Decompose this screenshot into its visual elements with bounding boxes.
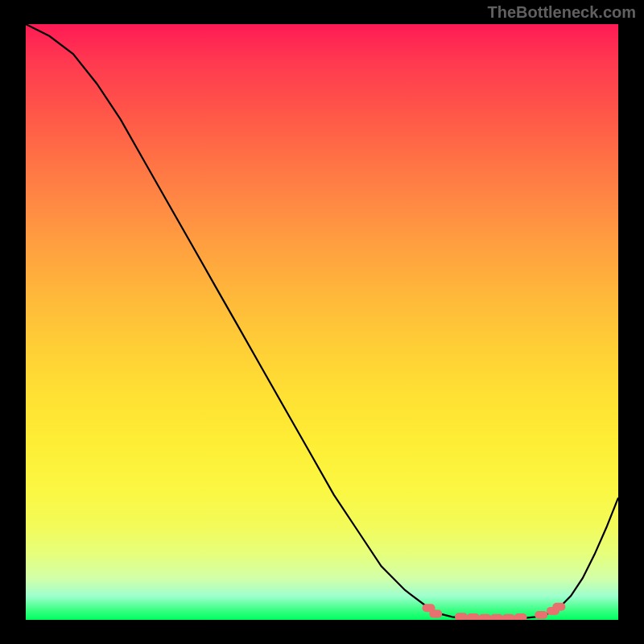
chart-svg — [26, 24, 618, 620]
marker-point — [429, 610, 442, 618]
marker-point — [502, 614, 515, 620]
marker-point — [455, 613, 468, 620]
watermark-text: TheBottleneck.com — [488, 3, 636, 22]
marker-points — [423, 603, 566, 620]
marker-point — [552, 603, 565, 611]
chart-plot-area — [26, 24, 618, 620]
marker-point — [490, 614, 503, 620]
marker-point — [467, 613, 480, 620]
curve-line — [26, 24, 618, 619]
marker-point — [535, 611, 547, 619]
marker-point — [478, 614, 491, 620]
marker-point — [514, 613, 527, 620]
